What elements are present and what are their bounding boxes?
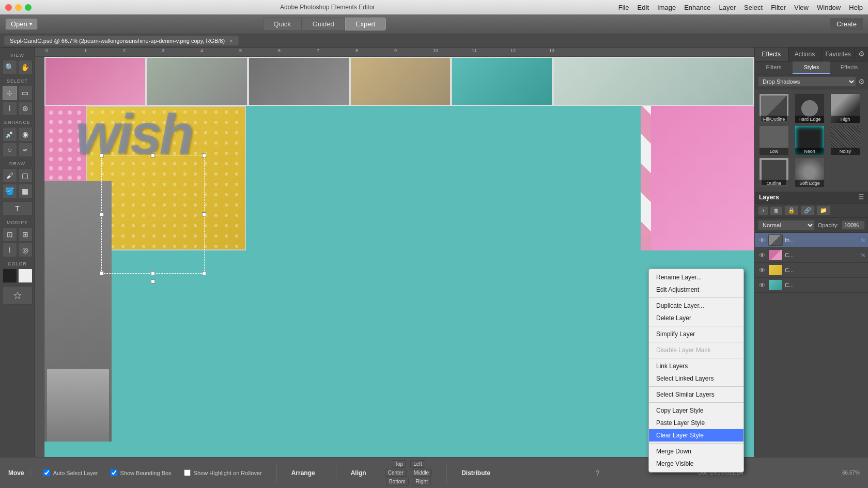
blend-mode-select[interactable]: Normal Multiply Screen [758,220,815,230]
layer-item-3[interactable]: 👁 C... [755,263,868,278]
layer-item-4[interactable]: 👁 C... [755,278,868,293]
highlight-checkbox[interactable] [184,469,191,476]
swatch-soft-edge[interactable]: Soft Edge [795,158,825,187]
layer-item-2[interactable]: 👁 C... fx [755,248,868,263]
swatch-hard-edge[interactable]: Hard Edge [795,93,825,123]
menu-enhance[interactable]: Enhance [684,4,710,11]
paint-bucket-tool[interactable]: 🪣 [3,184,17,198]
menu-window[interactable]: Window [817,4,841,11]
blur-tool[interactable]: ◉ [18,127,33,141]
favorites-tab[interactable]: Favorites [822,48,855,61]
foreground-color[interactable] [3,269,17,283]
handle-bot-right[interactable] [202,271,206,275]
menu-file[interactable]: File [618,4,629,11]
handle-bot-middle[interactable] [151,271,155,275]
align-middle-btn[interactable]: Middle [411,469,432,477]
panel-settings-icon[interactable]: ⚙ [855,48,868,61]
menu-view[interactable]: View [794,4,809,11]
handle-mid-left[interactable] [100,212,104,216]
eraser-tool[interactable]: ▢ [18,168,33,183]
red-eye-tool[interactable]: ◎ [18,243,33,257]
quick-mode-btn[interactable]: Quick [263,18,302,30]
ctx-link-layers[interactable]: Link Layers [649,360,743,372]
ctx-merge-visible[interactable]: Merge Visible [649,458,743,470]
handle-bot-left[interactable] [100,271,104,275]
layer-visibility-1[interactable]: 👁 [758,237,766,244]
brush-tool[interactable]: 🖌 [3,168,17,183]
menu-select[interactable]: Select [744,4,763,11]
minimize-window-btn[interactable] [15,4,22,11]
handle-top-left[interactable] [100,153,104,158]
marquee-tool[interactable]: ▭ [18,86,33,100]
layer-item-1[interactable]: 👁 fn... fx [755,233,868,248]
align-left-btn[interactable]: Left [410,460,425,468]
auto-select-checkbox[interactable] [43,469,50,476]
bounding-box-checkbox[interactable] [111,469,117,476]
custom-shape-tool[interactable]: ☆ [3,286,33,305]
swatch-fill-outline[interactable]: Fill/Outline [759,93,789,123]
lasso-tool[interactable]: ⌇ [3,101,17,116]
ctx-clear-style[interactable]: Clear Layer Style [649,429,743,442]
guided-mode-btn[interactable]: Guided [302,18,345,30]
window-controls[interactable] [5,4,32,11]
ctx-simplify-layer[interactable]: Simplify Layer [649,328,743,340]
type-tool[interactable]: T [3,201,33,216]
layer-visibility-4[interactable]: 👁 [758,281,766,289]
ctx-select-similar[interactable]: Select Similar Layers [649,388,743,401]
swatch-outline[interactable]: Outline [759,158,789,187]
align-center-btn[interactable]: Center [385,469,407,477]
new-layer-btn[interactable]: + [758,206,768,215]
wand-tool[interactable]: ⊛ [18,101,33,116]
create-button[interactable]: Create [830,18,863,30]
layer-link-btn[interactable]: 🔗 [800,206,815,215]
opacity-input[interactable] [842,221,865,230]
background-color[interactable] [18,269,33,283]
menu-layer[interactable]: Layer [719,4,736,11]
align-bottom-btn[interactable]: Bottom [386,478,409,485]
handle-top-middle[interactable] [151,153,155,158]
handle-rotate[interactable] [151,279,155,284]
ctx-rename-layer[interactable]: Rename Layer... [649,271,743,284]
layers-menu-icon[interactable]: ☰ [858,194,864,201]
menu-filter[interactable]: Filter [771,4,786,11]
layer-lock-btn[interactable]: 🔒 [784,206,799,215]
styles-subtab[interactable]: Styles [793,61,830,74]
swatch-high[interactable]: High [830,93,860,123]
maximize-window-btn[interactable] [25,4,32,11]
expert-mode-btn[interactable]: Expert [345,18,386,30]
help-icon[interactable]: ? [595,469,599,477]
align-top-btn[interactable]: Top [392,460,406,468]
handle-top-right[interactable] [202,153,206,158]
zoom-tool[interactable]: 🔍 [3,60,17,74]
close-window-btn[interactable] [5,4,12,11]
effects-subtab[interactable]: Effects [830,61,868,74]
eyedropper-tool[interactable]: 💉 [3,127,17,141]
ctx-copy-style[interactable]: Copy Layer Style [649,404,743,417]
layer-visibility-3[interactable]: 👁 [758,266,766,274]
layer-group-btn[interactable]: 📁 [816,206,831,215]
swatch-low[interactable]: Low [759,125,789,155]
move-tool[interactable]: ⊹ [3,86,17,100]
swatch-noisy[interactable]: Noisy [830,125,860,155]
straighten-tool[interactable]: ⌇ [3,243,17,257]
swatch-neon[interactable]: Neon [795,125,825,155]
menu-help[interactable]: Help [849,4,863,11]
layer-visibility-2[interactable]: 👁 [758,251,766,259]
dodge-tool[interactable]: ○ [3,143,17,157]
crop-tool[interactable]: ⊡ [3,227,17,242]
effects-tab[interactable]: Effects [755,48,788,61]
filter-settings-icon[interactable]: ⚙ [858,77,865,86]
menu-edit[interactable]: Edit [638,4,649,11]
actions-tab[interactable]: Actions [788,48,822,61]
selection-box[interactable] [101,155,205,274]
smudge-tool[interactable]: ≈ [18,143,33,157]
open-button[interactable]: Open ▾ [5,18,38,30]
filters-subtab[interactable]: Filters [755,61,793,74]
delete-layer-btn[interactable]: 🗑 [770,206,783,215]
handle-mid-right[interactable] [202,212,206,216]
gradient-tool[interactable]: ▦ [18,184,33,198]
ctx-select-linked[interactable]: Select Linked Layers [649,372,743,385]
document-tab[interactable]: Sept-GandG.psd @ 66.7% (2pearn-walkingon… [4,36,239,45]
hand-tool[interactable]: ✋ [18,60,33,74]
style-filter-select[interactable]: Drop Shadows Bevels Glows [758,76,856,87]
